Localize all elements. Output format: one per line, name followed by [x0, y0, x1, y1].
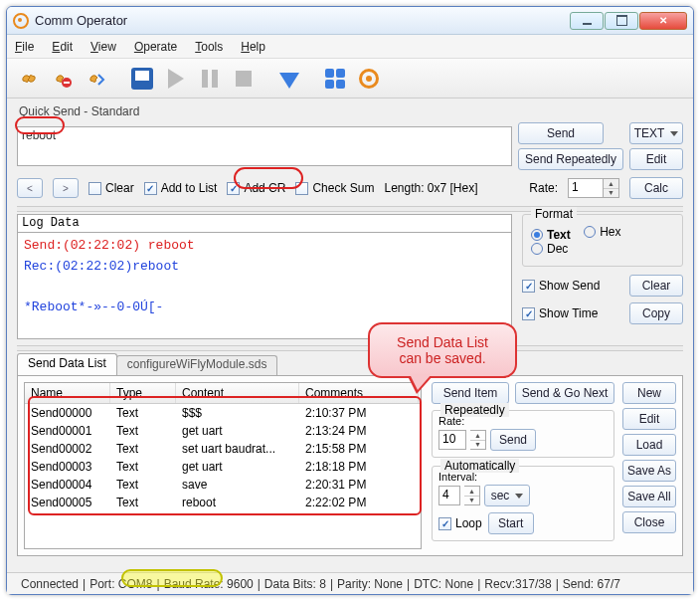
list-close-button[interactable]: Close [622, 511, 676, 533]
table-row[interactable]: Send00001Textget uart2:13:24 PM [25, 422, 421, 440]
menu-edit[interactable]: Edit [52, 40, 73, 54]
menu-view[interactable]: View [90, 40, 116, 54]
reconnect-icon[interactable] [83, 65, 110, 93]
col-name[interactable]: Name [25, 383, 110, 403]
app-window: Comm Operator File Edit View Operate Too… [6, 6, 694, 595]
show-time-checkbox[interactable]: ✓Show Time [522, 306, 598, 320]
table-row[interactable]: Send00004Textsave2:20:31 PM [25, 476, 421, 494]
status-connected: Connected [17, 577, 83, 591]
status-recv: Recv:317/38 [480, 577, 555, 591]
menu-file[interactable]: File [15, 40, 34, 54]
status-dtc: DTC: None [410, 577, 477, 591]
clear-log-button[interactable]: Clear [629, 275, 683, 297]
menu-operate[interactable]: Operate [134, 40, 177, 54]
add-cr-checkbox[interactable]: ✓Add CR [227, 181, 285, 195]
table-row[interactable]: Send00003Textget uart2:18:18 PM [25, 458, 421, 476]
status-bar: Connected | Port: COM8 | Baud Rate: 9600… [7, 572, 693, 594]
send-item-button[interactable]: Send Item [432, 382, 509, 404]
format-hex-radio[interactable]: Hex [584, 225, 620, 239]
save-icon[interactable] [128, 65, 156, 93]
col-content[interactable]: Content [176, 383, 299, 403]
interval-spinner[interactable]: ▲▼ [464, 486, 480, 505]
load-button[interactable]: Load [622, 434, 676, 456]
quicksend-label: Quick Send - Standard [19, 104, 681, 118]
prev-button[interactable]: < [17, 178, 43, 198]
repeatedly-group: Repeatedly Rate: 10 ▲▼ Send [432, 410, 614, 458]
table-row[interactable]: Send00000Text$$$2:10:37 PM [25, 404, 421, 422]
rate-spinner[interactable]: ▲▼ [604, 178, 619, 198]
disconnect-icon[interactable] [49, 65, 77, 93]
col-comments[interactable]: Comments [299, 383, 419, 403]
send-repeatedly-button[interactable]: Send Repeatedly [518, 148, 623, 170]
save-as-button[interactable]: Save As [622, 460, 676, 482]
format-dec-radio[interactable]: Dec [531, 242, 568, 256]
close-button[interactable] [639, 12, 687, 30]
send-button[interactable]: Send [518, 122, 604, 144]
loop-checkbox[interactable]: ✓Loop [438, 516, 482, 530]
calc-button[interactable]: Calc [629, 177, 683, 199]
log-line: Send:(02:22:02) reboot [24, 236, 505, 257]
automatically-legend: Automatically [440, 459, 519, 473]
send-go-next-button[interactable]: Send & Go Next [515, 382, 614, 404]
rate-input[interactable]: 1 [568, 178, 604, 198]
quicksend-input[interactable]: reboot [17, 126, 512, 166]
maximize-button[interactable] [605, 12, 638, 30]
copy-log-button[interactable]: Copy [629, 302, 683, 324]
tab-configure-file[interactable]: configureWiFlyModule.sds [116, 355, 278, 375]
play-icon[interactable] [162, 65, 190, 93]
add-to-list-checkbox[interactable]: ✓Add to List [144, 181, 218, 195]
titlebar[interactable]: Comm Operator [7, 7, 693, 35]
repeat-rate-input[interactable]: 10 [438, 430, 466, 450]
log-body[interactable]: Send:(02:22:02) reboot Rec:(02:22:02)reb… [17, 232, 512, 339]
table-header: Name Type Content Comments [25, 383, 421, 404]
splitter-2[interactable] [17, 345, 683, 351]
repeatedly-legend: Repeatedly [440, 403, 509, 417]
show-send-checkbox[interactable]: ✓Show Send [522, 279, 600, 293]
stop-icon[interactable] [230, 65, 258, 93]
rate-label: Rate: [529, 181, 558, 195]
format-text-radio[interactable]: Text [531, 228, 571, 242]
status-databits: Data Bits: 8 [261, 577, 330, 591]
format-legend: Format [531, 207, 577, 221]
interval-unit-select[interactable]: sec [484, 485, 530, 506]
length-label: Length: 0x7 [Hex] [384, 181, 477, 195]
automatically-group: Automatically Interval: 4 ▲▼ sec ✓Loop S… [432, 466, 614, 541]
clear-checkbox[interactable]: Clear [88, 181, 134, 195]
calculator-icon[interactable] [321, 65, 349, 93]
list-edit-button[interactable]: Edit [622, 408, 676, 430]
target-icon[interactable] [355, 65, 383, 93]
window-title: Comm Operator [35, 13, 570, 28]
minimize-button[interactable] [570, 12, 604, 30]
splitter-1[interactable] [17, 206, 683, 212]
connect-icon[interactable] [15, 65, 43, 93]
new-button[interactable]: New [622, 382, 676, 404]
menu-tools[interactable]: Tools [195, 40, 223, 54]
table-row[interactable]: Send00002Textset uart baudrat...2:15:58 … [25, 440, 421, 458]
download-icon[interactable] [275, 65, 303, 93]
repeat-rate-spinner[interactable]: ▲▼ [470, 430, 486, 450]
save-all-button[interactable]: Save All [622, 486, 676, 507]
log-line: Rec:(02:22:02)reboot [24, 257, 505, 278]
pause-icon[interactable] [196, 65, 224, 93]
app-icon [13, 13, 29, 29]
menubar: File Edit View Operate Tools Help [7, 35, 693, 59]
menu-help[interactable]: Help [241, 40, 265, 54]
data-list-table[interactable]: Name Type Content Comments Send00000Text… [24, 382, 422, 549]
check-sum-checkbox[interactable]: Check Sum [295, 181, 374, 195]
table-row[interactable]: Send00005Textreboot2:22:02 PM [25, 494, 421, 511]
status-port: Port: COM8 [86, 577, 156, 591]
repeat-send-button[interactable]: Send [490, 429, 536, 451]
status-send: Send: 67/7 [559, 577, 624, 591]
status-baud: Baud Rate: 9600 [160, 577, 258, 591]
next-button[interactable]: > [53, 178, 79, 198]
tab-send-data-list[interactable]: Send Data List [17, 353, 117, 375]
log-header: Log Data [17, 214, 512, 232]
format-group: Format Text Hex Dec [522, 214, 683, 267]
edit-button[interactable]: Edit [629, 148, 683, 170]
toolbar [7, 59, 693, 99]
start-button[interactable]: Start [488, 512, 534, 534]
text-format-button[interactable]: TEXT [629, 122, 683, 144]
interval-input[interactable]: 4 [438, 486, 460, 505]
log-line: *Reboot*-»--0-0Ú[- [24, 298, 505, 318]
col-type[interactable]: Type [110, 383, 176, 403]
